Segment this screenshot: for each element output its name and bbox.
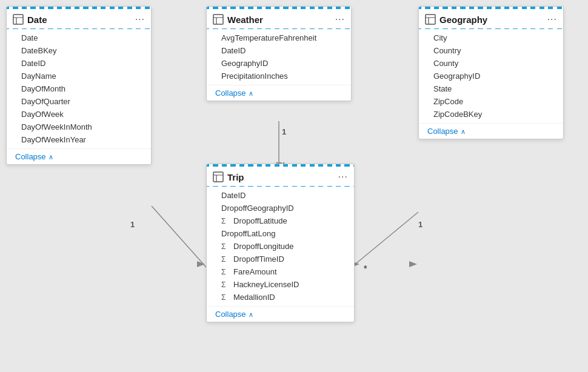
list-item: ΣDropoffLatitude	[207, 214, 354, 227]
sigma-icon: Σ	[221, 255, 230, 264]
list-item: City	[419, 32, 563, 44]
svg-line-0	[152, 206, 206, 267]
trip-table-title: Trip	[227, 172, 335, 182]
chevron-up-icon	[48, 152, 53, 161]
trip-table: Trip ··· DateID DropoffGeographyID ΣDrop…	[206, 164, 355, 322]
list-item: DateID	[207, 44, 351, 57]
sigma-icon: Σ	[221, 268, 230, 276]
list-item: DayName	[7, 70, 151, 82]
list-item: GeographyID	[207, 57, 351, 70]
weather-collapse[interactable]: Collapse	[207, 85, 351, 101]
svg-rect-19	[426, 15, 435, 24]
list-item: DayOfQuarter	[7, 95, 151, 108]
list-item: GeographyID	[419, 70, 563, 82]
table-icon	[425, 14, 436, 25]
trip-table-header: Trip ···	[207, 164, 354, 187]
weather-table-title: Weather	[227, 15, 332, 25]
list-item: AvgTemperatureFahrenheit	[207, 32, 351, 44]
list-item: DateID	[7, 57, 151, 70]
list-item: Date	[7, 32, 151, 44]
list-item: State	[419, 82, 563, 95]
weather-table-menu[interactable]: ···	[335, 14, 345, 25]
date-collapse[interactable]: Collapse	[7, 148, 151, 164]
list-item: DateID	[207, 189, 354, 202]
list-item: DropoffGeographyID	[207, 202, 354, 214]
sigma-icon: Σ	[221, 217, 230, 225]
sigma-icon: Σ	[221, 281, 230, 289]
table-icon	[13, 14, 24, 25]
list-item: DayOfWeek	[7, 108, 151, 121]
list-item: DayOfMonth	[7, 82, 151, 95]
list-item: DayOfWeekInMonth	[7, 121, 151, 133]
svg-text:*: *	[364, 264, 367, 273]
weather-table: Weather ··· AvgTemperatureFahrenheit Dat…	[206, 6, 352, 101]
geography-table-body: City Country County GeographyID State Zi…	[419, 29, 563, 123]
date-table-body: Date DateBKey DateID DayName DayOfMonth …	[7, 29, 151, 148]
trip-collapse[interactable]: Collapse	[207, 306, 354, 322]
list-item: ZipCodeBKey	[419, 108, 563, 121]
sigma-icon: Σ	[221, 293, 230, 302]
list-item: ΣHackneyLicenseID	[207, 278, 354, 291]
date-table-header: Date ···	[7, 7, 151, 29]
geography-table-header: Geography ···	[419, 7, 563, 29]
svg-text:1: 1	[418, 220, 423, 229]
list-item: Country	[419, 44, 563, 57]
list-item: ZipCode	[419, 95, 563, 108]
list-item: ΣDropoffTimeID	[207, 253, 354, 265]
svg-line-8	[352, 212, 418, 267]
svg-text:1: 1	[282, 127, 286, 136]
svg-rect-22	[213, 172, 223, 182]
table-icon	[213, 171, 224, 182]
svg-marker-11	[409, 261, 417, 267]
list-item: DropoffLatLong	[207, 227, 354, 240]
chevron-up-icon	[461, 127, 466, 136]
chevron-up-icon	[249, 88, 253, 98]
geography-table-title: Geography	[439, 15, 544, 25]
diagram-canvas: 1 * 1 * 1 * Date	[0, 0, 588, 372]
list-item: ΣMedallionID	[207, 291, 354, 304]
weather-table-body: AvgTemperatureFahrenheit DateID Geograph…	[207, 29, 351, 85]
geography-table-menu[interactable]: ···	[547, 14, 557, 25]
geography-collapse[interactable]: Collapse	[419, 123, 563, 139]
date-table-menu[interactable]: ···	[135, 14, 145, 25]
sigma-icon: Σ	[221, 242, 230, 251]
list-item: ΣDropoffLongitude	[207, 240, 354, 253]
svg-rect-16	[213, 15, 223, 24]
svg-marker-2	[197, 261, 205, 267]
geography-table: Geography ··· City Country County Geogra…	[418, 6, 564, 139]
trip-table-menu[interactable]: ···	[338, 171, 348, 182]
list-item: ΣFareAmount	[207, 265, 354, 278]
trip-table-body: DateID DropoffGeographyID ΣDropoffLatitu…	[207, 187, 354, 306]
svg-text:1: 1	[130, 220, 135, 229]
date-table-title: Date	[27, 15, 132, 25]
list-item: DayOfWeekInYear	[7, 133, 151, 146]
weather-table-header: Weather ···	[207, 7, 351, 29]
list-item: PrecipitationInches	[207, 70, 351, 82]
list-item: County	[419, 57, 563, 70]
table-icon	[213, 14, 224, 25]
svg-rect-13	[13, 15, 23, 24]
list-item: DateBKey	[7, 44, 151, 57]
date-table: Date ··· Date DateBKey DateID DayName Da…	[6, 6, 152, 165]
chevron-up-icon	[249, 310, 253, 319]
